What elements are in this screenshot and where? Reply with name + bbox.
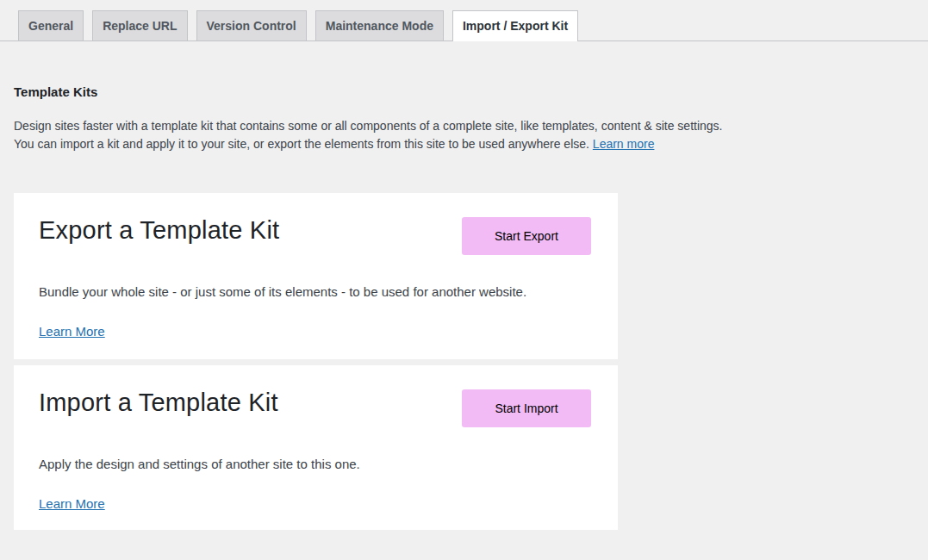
import-kit-card: Import a Template Kit Start Import Apply… (14, 365, 618, 530)
learn-more-link-intro[interactable]: Learn more (593, 137, 655, 151)
tab-maintenance-mode[interactable]: Maintenance Mode (315, 10, 444, 40)
import-export-settings-panel: Template Kits Design sites faster with a… (0, 84, 928, 530)
section-description-line2: You can import a kit and apply it to you… (14, 137, 589, 151)
import-kit-description: Apply the design and settings of another… (39, 456, 591, 473)
import-kit-title: Import a Template Kit (39, 388, 278, 418)
import-learn-more-link[interactable]: Learn More (39, 495, 105, 513)
export-kit-card-header: Export a Template Kit Start Export (39, 215, 591, 255)
export-kit-title: Export a Template Kit (39, 215, 279, 246)
settings-tab-bar: General Replace URL Version Control Main… (0, 0, 928, 41)
tab-replace-url[interactable]: Replace URL (92, 10, 187, 40)
start-export-button[interactable]: Start Export (462, 217, 591, 255)
tab-import-export-kit[interactable]: Import / Export Kit (452, 10, 578, 41)
section-description: Design sites faster with a template kit … (14, 117, 763, 153)
section-title: Template Kits (14, 84, 928, 99)
tab-general[interactable]: General (18, 10, 84, 40)
import-kit-card-header: Import a Template Kit Start Import (39, 388, 591, 427)
section-description-line1: Design sites faster with a template kit … (14, 119, 723, 133)
export-kit-card: Export a Template Kit Start Export Bundl… (14, 193, 618, 359)
start-import-button[interactable]: Start Import (462, 389, 591, 427)
tab-version-control[interactable]: Version Control (196, 10, 307, 40)
export-kit-description: Bundle your whole site - or just some of… (39, 283, 591, 301)
export-learn-more-link[interactable]: Learn More (39, 323, 105, 340)
